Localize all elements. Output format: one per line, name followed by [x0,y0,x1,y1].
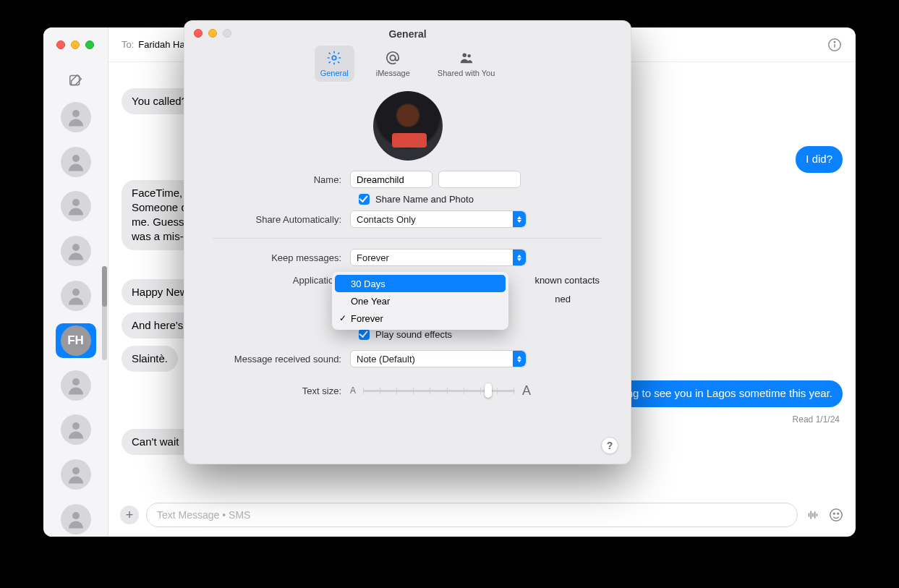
pref-close-button[interactable] [194,29,203,38]
received-sound-popup[interactable]: Note (Default) [350,350,527,367]
check-icon: ✓ [339,313,346,323]
tab-imessage[interactable]: iMessage [370,46,416,82]
conversation-item[interactable] [56,234,96,268]
svg-point-1 [72,110,80,117]
checkbox-checked-icon [359,329,370,340]
text-size-slider[interactable] [363,382,515,399]
checkbox-label: Share Name and Photo [375,194,474,205]
svg-point-7 [72,422,80,430]
window-traffic-lights [56,41,94,49]
tab-general[interactable]: General [315,46,354,82]
compose-icon[interactable] [68,72,84,88]
avatar: FH [61,325,91,356]
preferences-title: General [388,28,426,40]
divider [213,238,602,239]
application-line-1: known contacts [534,275,600,286]
preferences-header: General General iMessage Shared with You [184,20,631,84]
audio-message-icon[interactable] [805,507,821,523]
svg-point-16 [391,55,396,60]
to-label: To: [122,39,134,50]
keep-messages-popup[interactable]: Forever [350,249,527,266]
svg-point-12 [830,509,843,521]
window-close-button[interactable] [56,41,65,49]
keep-messages-menu: 30 Days One Year ✓Forever [332,272,508,330]
keep-messages-label: Keep messages: [213,252,350,263]
svg-point-4 [72,244,80,251]
svg-point-3 [72,199,80,206]
share-automatically-popup[interactable]: Contacts Only [350,210,527,228]
people-icon [459,50,474,66]
name-label: Name: [213,174,350,185]
conversation-item[interactable] [56,368,96,403]
conversation-item[interactable] [56,145,96,179]
application-label: Application: [213,275,350,286]
help-button[interactable]: ? [601,437,618,454]
svg-point-2 [72,155,80,162]
svg-point-11 [834,41,835,42]
preferences-window: General General iMessage Shared with You… [184,20,631,464]
tab-label: Shared with You [438,69,495,77]
svg-point-18 [467,54,470,57]
preferences-tabs: General iMessage Shared with You [315,46,501,82]
svg-point-6 [72,378,80,385]
preferences-traffic-lights [194,29,231,38]
received-sound-label: Message received sound: [213,354,350,365]
gear-icon [326,50,342,66]
application-line-2: ned [555,294,571,304]
menu-item-one-year[interactable]: One Year [335,292,506,310]
conversation-item[interactable] [56,189,96,224]
message-out[interactable]: Hoping to see you in Lagos sometime this… [595,380,843,406]
menu-item-forever[interactable]: ✓Forever [335,310,506,327]
conversation-item[interactable] [56,278,96,313]
sidebar: FH [43,27,108,537]
apps-button[interactable]: + [120,506,139,524]
conversation-item[interactable] [56,457,96,492]
message-out[interactable]: I did? [796,146,843,172]
svg-point-14 [838,513,839,514]
menu-item-30-days[interactable]: 30 Days [335,275,506,292]
share-auto-label: Share Automatically: [213,214,350,225]
play-sound-effects-checkbox[interactable]: Play sound effects [359,329,602,340]
chevron-updown-icon [513,351,526,367]
pref-fullscreen-button [223,29,231,38]
emoji-icon[interactable] [828,507,844,523]
tab-label: iMessage [376,69,410,77]
popup-value: Note (Default) [357,354,415,365]
message-input[interactable] [146,503,798,527]
svg-point-15 [332,56,336,60]
conversation-list: FH [43,100,108,537]
sidebar-scrollbar[interactable] [102,266,107,360]
details-icon[interactable] [827,37,843,53]
conversation-item[interactable] [56,100,96,135]
conversation-item[interactable] [56,502,96,537]
chevron-updown-icon [513,211,526,227]
tab-label: General [320,69,349,77]
share-name-photo-checkbox[interactable]: Share Name and Photo [359,194,602,205]
text-size-label: Text size: [213,385,350,396]
svg-point-9 [72,512,80,519]
text-size-small-icon: A [350,385,356,396]
chevron-updown-icon [513,250,526,265]
at-icon [385,50,401,66]
last-name-input[interactable] [438,171,521,188]
svg-point-17 [462,54,466,58]
popup-value: Forever [357,252,389,263]
text-size-large-icon: A [522,383,531,399]
popup-value: Contacts Only [357,214,416,225]
message-in[interactable]: Slaintè. [122,346,178,372]
tab-shared-with-you[interactable]: Shared with You [432,46,501,82]
first-name-input[interactable] [350,171,433,188]
conversation-item-selected[interactable]: FH [56,323,96,358]
checkbox-label: Play sound effects [375,329,452,340]
conversation-item[interactable] [56,413,96,448]
svg-point-5 [72,289,80,296]
slider-thumb[interactable] [485,383,492,398]
window-minimize-button[interactable] [71,41,80,49]
composer: + [108,493,856,537]
pref-minimize-button[interactable] [208,29,217,38]
window-fullscreen-button[interactable] [85,41,94,49]
profile-photo[interactable] [373,91,443,161]
preferences-body: Name: Share Name and Photo Share Automat… [184,84,631,415]
checkbox-checked-icon [359,194,370,205]
svg-point-8 [72,467,80,474]
